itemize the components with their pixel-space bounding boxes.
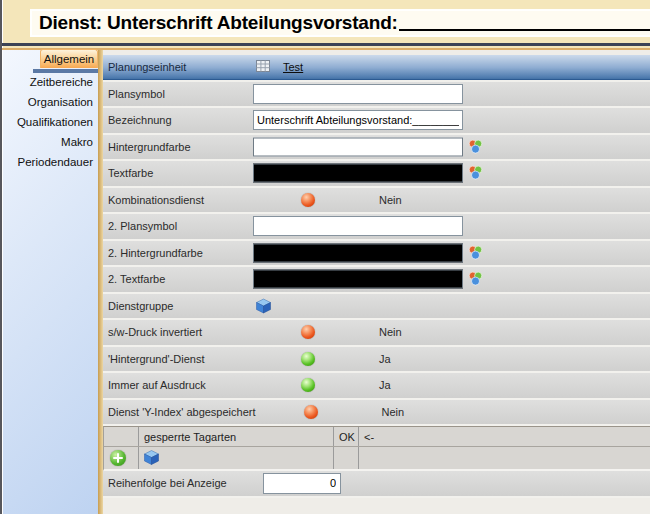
form-row-hintergrund-dienst: 'Hintergrund'-DienstJa <box>103 347 650 374</box>
form-row-textfarbe: Textfarbe <box>103 161 650 188</box>
tab-allgemein[interactable]: Allgemein <box>40 49 98 68</box>
cube-icon[interactable] <box>143 449 160 468</box>
display-order-input[interactable] <box>263 473 341 494</box>
form-row-kombinationsdienst: KombinationsdienstNein <box>103 188 650 215</box>
tagarten-col-selector <box>104 427 139 446</box>
form-row-2-hintergrundfarbe: 2. Hintergrundfarbe <box>103 241 650 268</box>
planungseinheit-test-link[interactable]: Test <box>283 61 303 73</box>
row-control <box>253 214 650 239</box>
bezeichnung-input[interactable] <box>253 110 463 130</box>
tab-organisation[interactable]: Organisation <box>3 92 98 112</box>
form-row-2-textfarbe: 2. Textfarbe <box>103 267 650 294</box>
row-control <box>253 135 650 160</box>
row-control: Ja <box>253 347 650 372</box>
tab-zeitbereiche[interactable]: Zeitbereiche <box>3 72 98 92</box>
title-bar: Dienst: Unterschrift Abteilungsvorstand: <box>30 9 650 37</box>
row-label: 2. Hintergrundfarbe <box>103 247 253 259</box>
tab-list: AllgemeinZeitbereicheOrganisationQualifi… <box>3 49 98 172</box>
row-control: Ja <box>253 373 650 398</box>
selected-tab-indicator <box>33 69 103 73</box>
display-order-row: Reihenfolge bei Anzeige <box>103 471 650 498</box>
tagarten-toolbar-row <box>103 447 650 471</box>
color-picker-icon[interactable] <box>468 272 483 287</box>
row-control: Nein <box>253 188 650 213</box>
status-indicator-red[interactable] <box>301 193 315 207</box>
form-rows: PlansymbolBezeichnungHintergrundfarbeTex… <box>103 82 650 427</box>
tab-qualifikationen[interactable]: Qualifikationen <box>3 112 98 132</box>
status-indicator-red[interactable] <box>301 325 315 339</box>
planungseinheit-label: Planungseinheit <box>103 61 253 73</box>
tagarten-table-header: gesperrte Tagarten OK <- <box>103 426 650 447</box>
row-label: Plansymbol <box>103 88 253 100</box>
2-hintergrundfarbe-swatch[interactable] <box>253 243 463 262</box>
tagarten-col-arrow: <- <box>359 427 650 446</box>
row-control <box>253 241 650 266</box>
row-control <box>253 161 650 186</box>
row-label: Textfarbe <box>103 167 253 179</box>
2-textfarbe-swatch[interactable] <box>253 270 463 289</box>
page-title: Dienst: Unterschrift Abteilungsvorstand: <box>32 12 398 34</box>
form-row-dienst-y-index-abgespeichert: Dienst 'Y-Index' abgespeichertNein <box>103 400 650 427</box>
status-indicator-red[interactable] <box>304 405 318 419</box>
tab-makro[interactable]: Makro <box>3 132 98 152</box>
row-label: Immer auf Ausdruck <box>103 379 253 391</box>
row-control <box>253 82 650 107</box>
cube-icon[interactable] <box>255 297 272 314</box>
display-order-label: Reihenfolge bei Anzeige <box>103 477 263 489</box>
status-text: Nein <box>379 326 402 338</box>
status-indicator-green[interactable] <box>301 378 315 392</box>
row-label: Dienst 'Y-Index' abgespeichert <box>103 406 256 418</box>
row-control <box>253 108 650 133</box>
dienst-properties-window: Dienst: Unterschrift Abteilungsvorstand:… <box>0 0 650 514</box>
color-picker-icon[interactable] <box>468 166 483 181</box>
plansymbol-input[interactable] <box>253 84 463 104</box>
status-indicator-green[interactable] <box>301 352 315 366</box>
tab-sidebar: AllgemeinZeitbereicheOrganisationQualifi… <box>3 50 98 514</box>
textfarbe-swatch[interactable] <box>253 164 463 183</box>
tagarten-toolbar-cell-4 <box>359 447 650 469</box>
form-row-hintergrundfarbe: Hintergrundfarbe <box>103 135 650 162</box>
tab-periodendauer[interactable]: Periodendauer <box>3 152 98 172</box>
allgemein-panel: Planungseinheit Test PlansymbolBezeichnu… <box>103 50 650 514</box>
color-picker-icon[interactable] <box>468 245 483 260</box>
status-text: Ja <box>379 379 391 391</box>
tagarten-toolbar-cell-1 <box>104 447 139 469</box>
hintergrundfarbe-swatch[interactable] <box>253 137 463 156</box>
row-label: Bezeichnung <box>103 114 253 126</box>
form-row-dienstgruppe: Dienstgruppe <box>103 294 650 321</box>
form-row-s-w-druck-invertiert: s/w-Druck invertiertNein <box>103 320 650 347</box>
row-control: Nein <box>256 400 650 425</box>
tagarten-col-name: gesperrte Tagarten <box>139 427 334 446</box>
form-row-immer-auf-ausdruck: Immer auf AusdruckJa <box>103 373 650 400</box>
row-label: s/w-Druck invertiert <box>103 326 253 338</box>
form-row-plansymbol: Plansymbol <box>103 82 650 109</box>
form-row-2-plansymbol: 2. Plansymbol <box>103 214 650 241</box>
row-control: Nein <box>253 320 650 345</box>
title-underline <box>399 29 650 32</box>
add-icon[interactable] <box>110 450 126 466</box>
color-picker-icon[interactable] <box>468 139 483 154</box>
tagarten-toolbar-cell-2 <box>139 447 334 469</box>
tagarten-toolbar-cell-3 <box>334 447 359 469</box>
row-label: Dienstgruppe <box>103 300 253 312</box>
divider-rule-dark <box>2 43 650 46</box>
row-label: 'Hintergrund'-Dienst <box>103 353 253 365</box>
status-text: Nein <box>379 194 402 206</box>
row-label: Kombinationsdienst <box>103 194 253 206</box>
row-label: Hintergrundfarbe <box>103 141 253 153</box>
status-text: Ja <box>379 353 391 365</box>
status-text: Nein <box>382 406 405 418</box>
row-label: 2. Plansymbol <box>103 220 253 232</box>
planungseinheit-row: Planungseinheit Test <box>103 55 650 82</box>
form-row-bezeichnung: Bezeichnung <box>103 108 650 135</box>
row-control <box>253 294 650 319</box>
tagarten-col-ok: OK <box>334 427 359 446</box>
grid-table-icon[interactable] <box>255 58 271 76</box>
row-control <box>253 267 650 292</box>
row-label: 2. Textfarbe <box>103 273 253 285</box>
2-plansymbol-input[interactable] <box>253 216 463 236</box>
